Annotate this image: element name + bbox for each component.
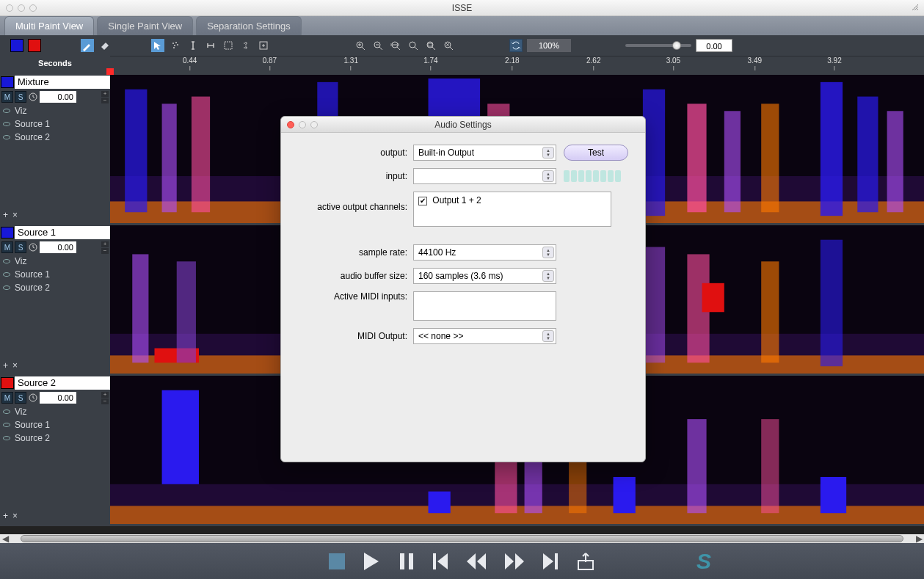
color-swatch-red[interactable]	[28, 39, 41, 52]
solo-button[interactable]: S	[15, 241, 26, 253]
track-item-source1[interactable]: Source 1	[0, 418, 110, 431]
track-item-source2[interactable]: Source 2	[0, 431, 110, 445]
rewind-button[interactable]	[465, 552, 487, 571]
tab-separation-settings[interactable]: Separation Settings	[196, 16, 301, 35]
skip-end-button[interactable]	[542, 552, 559, 571]
output-device-select[interactable]: Built-in Output ▲▼	[413, 145, 556, 161]
marquee-tool-icon[interactable]	[222, 39, 235, 52]
eye-icon	[3, 122, 10, 126]
time-ruler[interactable]: 0.44 0.87 1.31 1.74 2.18 2.62 3.05 3.49 …	[110, 56, 924, 75]
zoom-percent-field[interactable]: 100%	[527, 39, 571, 52]
sample-rate-select[interactable]: 44100 Hz ▲▼	[413, 244, 556, 261]
play-button[interactable]	[361, 551, 382, 572]
buffer-size-select[interactable]: 160 samples (3.6 ms) ▲▼	[413, 268, 556, 284]
expand-button[interactable]: +	[101, 392, 109, 398]
checkbox-checked-icon[interactable]: ✔	[418, 197, 427, 205]
scrollbar-thumb[interactable]	[21, 535, 903, 542]
solo-button[interactable]: S	[15, 392, 26, 404]
remove-layer-button[interactable]: ×	[12, 511, 18, 521]
zoom-fit-icon[interactable]	[424, 39, 437, 52]
ruler-tick: 0.44	[183, 57, 197, 70]
remove-layer-button[interactable]: ×	[12, 360, 18, 371]
pointer-tool-icon[interactable]	[151, 39, 164, 52]
midi-output-value: << none >>	[418, 331, 463, 341]
dialog-titlebar[interactable]: Audio Settings	[281, 117, 645, 133]
spray-tool-icon[interactable]	[169, 39, 182, 52]
midi-inputs-listbox[interactable]	[413, 291, 556, 321]
skip-start-button[interactable]	[432, 552, 449, 571]
gain-slider[interactable]	[625, 44, 691, 47]
midi-output-select[interactable]: << none >> ▲▼	[413, 328, 556, 344]
track-title[interactable]: Source 1	[15, 226, 110, 239]
add-layer-button[interactable]: +	[3, 511, 8, 521]
zoom-selection-icon[interactable]	[442, 39, 455, 52]
expand-button[interactable]: +	[101, 91, 109, 97]
track-title[interactable]: Source 2	[15, 376, 110, 390]
add-region-tool-icon[interactable]	[257, 39, 270, 52]
scroll-right-arrow-icon[interactable]: ▶	[914, 534, 924, 544]
horizontal-scrollbar[interactable]: ◀ ▶	[0, 534, 924, 543]
track-color-swatch[interactable]	[1, 76, 14, 88]
add-layer-button[interactable]: +	[3, 210, 8, 220]
resize-handle-icon[interactable]	[911, 3, 920, 12]
color-swatch-blue[interactable]	[10, 39, 23, 52]
track-item-source1[interactable]: Source 1	[0, 268, 110, 281]
svg-rect-38	[132, 254, 148, 363]
output-channels-listbox[interactable]: ✔ Output 1 + 2	[413, 192, 611, 227]
collapse-button[interactable]: −	[101, 248, 109, 254]
scroll-left-arrow-icon[interactable]: ◀	[0, 534, 10, 544]
freq-select-tool-icon[interactable]	[239, 39, 252, 52]
remove-layer-button[interactable]: ×	[12, 210, 18, 220]
tab-single-paint-view[interactable]: Single Paint View	[97, 16, 193, 35]
svg-rect-5	[225, 42, 232, 49]
range-tool-icon[interactable]	[204, 39, 217, 52]
ibeam-tool-icon[interactable]	[186, 39, 200, 52]
test-button[interactable]: Test	[564, 145, 628, 161]
track-title[interactable]: Mixture	[15, 76, 110, 89]
loop-toggle-icon[interactable]	[509, 39, 523, 52]
eye-icon	[3, 423, 10, 427]
stop-button[interactable]	[329, 553, 345, 569]
track-item-viz[interactable]: Viz	[0, 405, 110, 418]
svg-rect-26	[643, 90, 665, 216]
track-item-viz[interactable]: Viz	[0, 104, 110, 117]
svg-rect-20	[192, 97, 210, 213]
track-color-swatch[interactable]	[1, 227, 14, 238]
pause-button[interactable]	[398, 552, 415, 571]
collapse-button[interactable]: −	[101, 98, 109, 103]
track-item-source2[interactable]: Source 2	[0, 131, 110, 144]
input-device-select[interactable]: ▲▼	[413, 168, 556, 184]
track-time-field[interactable]: 0.00	[40, 241, 76, 253]
track-color-swatch[interactable]	[1, 377, 14, 389]
mute-button[interactable]: M	[1, 392, 13, 404]
eraser-tool-icon[interactable]	[98, 39, 112, 52]
output-channel-item[interactable]: ✔ Output 1 + 2	[418, 195, 606, 205]
mute-button[interactable]: M	[1, 91, 13, 103]
svg-point-0	[172, 43, 174, 44]
expand-button[interactable]: +	[101, 241, 109, 247]
fast-forward-button[interactable]	[503, 552, 525, 571]
clock-icon[interactable]	[28, 393, 38, 403]
track-time-field[interactable]: 0.00	[40, 392, 76, 404]
zoom-in-icon[interactable]	[354, 39, 367, 52]
zoom-out-icon[interactable]	[371, 39, 385, 52]
track-time-field[interactable]: 0.00	[40, 91, 76, 103]
track-item-viz[interactable]: Viz	[0, 255, 110, 268]
brush-tool-icon[interactable]	[81, 39, 94, 52]
zoom-horiz-in-icon[interactable]	[389, 39, 402, 52]
track-item-source1[interactable]: Source 1	[0, 117, 110, 131]
clock-icon[interactable]	[28, 92, 38, 102]
chevron-updown-icon: ▲▼	[542, 270, 554, 282]
zoom-horiz-out-icon[interactable]	[407, 39, 420, 52]
mute-button[interactable]: M	[1, 241, 13, 253]
window-title: ISSE	[0, 3, 924, 13]
export-button[interactable]	[575, 552, 596, 571]
clock-icon[interactable]	[28, 242, 38, 252]
gain-value-field[interactable]: 0.00	[696, 39, 732, 52]
track-item-source2[interactable]: Source 2	[0, 281, 110, 294]
gain-slider-thumb[interactable]	[672, 41, 681, 50]
collapse-button[interactable]: −	[101, 398, 109, 404]
add-layer-button[interactable]: +	[3, 360, 8, 371]
tab-multi-paint-view[interactable]: Multi Paint View	[4, 16, 94, 35]
solo-button[interactable]: S	[15, 91, 26, 103]
